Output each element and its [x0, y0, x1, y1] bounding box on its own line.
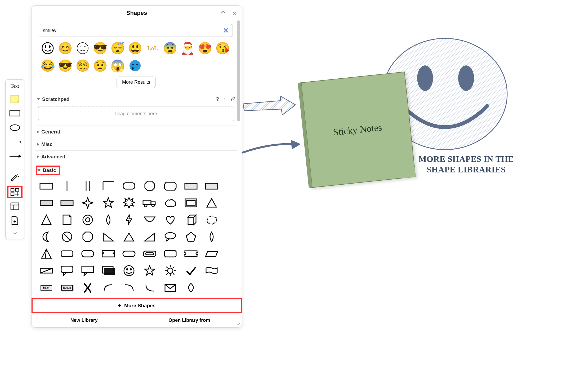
emoji-dizzy[interactable]: 😵‍💫 — [75, 58, 90, 73]
shape-donut[interactable] — [79, 212, 96, 227]
shape-drop[interactable] — [100, 212, 117, 227]
emoji-blue[interactable] — [127, 58, 143, 73]
rectangle-tool[interactable] — [9, 109, 21, 118]
text-tool-label[interactable]: Text — [11, 83, 19, 89]
shape-arc-1[interactable] — [100, 280, 117, 295]
shape-stadium[interactable] — [121, 246, 137, 261]
emoji-plain-smile[interactable] — [75, 41, 90, 56]
emoji-fearful[interactable]: 😨 — [162, 41, 178, 56]
arrow-tool[interactable] — [9, 152, 21, 161]
emoji-hearteyes[interactable]: 😍 — [197, 41, 213, 56]
open-library-button[interactable]: Open Library from — [137, 313, 242, 327]
shape-sun[interactable] — [162, 263, 179, 278]
shape-moon[interactable] — [38, 229, 55, 244]
shape-rectangle[interactable] — [38, 179, 55, 193]
panel-close-button[interactable]: × — [233, 9, 237, 17]
shape-triangle-3[interactable] — [121, 229, 137, 244]
shape-rounded-rect-2[interactable] — [59, 246, 75, 261]
emoji-santa[interactable]: 🎅 — [180, 41, 195, 56]
scratchpad-add[interactable]: + — [223, 96, 226, 102]
ellipse-tool[interactable] — [9, 123, 21, 132]
shape-arc-3[interactable] — [141, 280, 158, 295]
shape-ticket[interactable] — [100, 246, 117, 261]
emoji-scream[interactable]: 😱 — [110, 58, 125, 73]
shape-rect-gray-2[interactable] — [59, 195, 75, 210]
shape-vertical-line[interactable] — [59, 179, 75, 193]
scratchpad-help[interactable]: ? — [216, 96, 219, 102]
shape-bowl[interactable] — [141, 212, 158, 227]
shape-envelope[interactable] — [162, 280, 179, 295]
shape-triangle-2[interactable] — [38, 212, 55, 227]
shape-parallelogram[interactable] — [203, 246, 220, 261]
shape-shadow-rect[interactable] — [100, 263, 117, 278]
section-misc-header[interactable]: Misc — [37, 141, 235, 147]
shape-rect-filled[interactable] — [182, 179, 199, 193]
shape-arc-2[interactable] — [121, 280, 137, 295]
shape-cube[interactable] — [182, 212, 199, 227]
shape-flag[interactable] — [203, 263, 220, 278]
sticky-note-shape[interactable]: Sticky Notes — [299, 72, 416, 188]
shape-rounded-rect[interactable] — [121, 179, 137, 193]
emoji-blush[interactable]: 😊 — [57, 41, 73, 56]
shape-right-triangle[interactable] — [100, 229, 117, 244]
resize-grip[interactable] — [236, 321, 240, 326]
line-tool[interactable] — [9, 138, 21, 146]
shape-cloud[interactable] — [162, 195, 179, 210]
section-basic-header[interactable]: Basic — [37, 166, 59, 174]
emoji-worried[interactable]: 😟 — [92, 58, 108, 73]
section-advanced-header[interactable]: Advanced — [37, 154, 235, 160]
shape-4star[interactable] — [79, 195, 96, 210]
shape-smiley-basic[interactable] — [121, 263, 137, 278]
shape-truck[interactable] — [141, 195, 158, 210]
shape-coupon[interactable] — [182, 246, 199, 261]
emoji-sleepy[interactable]: 😴 — [110, 41, 125, 56]
emoji-cool[interactable]: 😎 — [92, 41, 108, 56]
emoji-kiss[interactable]: 😘 — [215, 41, 230, 56]
shape-callout-rect[interactable] — [79, 263, 96, 278]
section-general-header[interactable]: General — [37, 129, 235, 135]
new-library-button[interactable]: New Library — [32, 313, 137, 327]
shape-nosign[interactable] — [59, 229, 75, 244]
new-page-tool[interactable] — [9, 216, 21, 225]
shape-callout[interactable] — [59, 263, 75, 278]
emoji-grin[interactable]: 😃 — [127, 41, 143, 56]
search-input[interactable] — [43, 28, 223, 33]
shape-bolt[interactable] — [121, 212, 137, 227]
shape-octagon-2[interactable] — [79, 229, 96, 244]
shape-slot[interactable] — [141, 246, 158, 261]
shape-button-preview-2[interactable]: Button — [59, 280, 75, 295]
shape-rect-filled-2[interactable] — [203, 179, 220, 193]
shape-5star[interactable] — [100, 195, 117, 210]
shape-corner[interactable] — [100, 179, 117, 193]
scratchpad-dropzone[interactable]: Drag elements here — [38, 106, 234, 121]
emoji-joy[interactable]: 😂 — [40, 58, 55, 73]
shape-frame[interactable] — [182, 195, 199, 210]
shape-blob[interactable] — [203, 212, 220, 227]
shape-bevel[interactable] — [162, 246, 179, 261]
emoji-sunglasses2[interactable]: 😎 — [57, 58, 73, 73]
shape-octagon[interactable] — [141, 179, 158, 193]
more-results-button[interactable]: More Results — [117, 77, 156, 88]
sticky-note-tool[interactable] — [9, 95, 21, 103]
shape-double-line[interactable] — [79, 179, 96, 193]
freehand-tool[interactable] — [9, 173, 21, 182]
toolbar-expand[interactable] — [9, 231, 21, 236]
shape-rounded-3[interactable] — [79, 246, 96, 261]
shape-burst[interactable] — [121, 195, 137, 210]
shapes-panel-toggle[interactable] — [9, 188, 21, 196]
shape-right-triangle-2[interactable] — [141, 229, 158, 244]
scratchpad-edit[interactable] — [231, 96, 235, 102]
panel-collapse-button[interactable] — [221, 9, 226, 15]
shape-check[interactable] — [182, 263, 199, 278]
search-clear-button[interactable]: ✕ — [223, 26, 229, 35]
emoji-smiley-outline[interactable] — [40, 41, 55, 56]
shape-pentagon[interactable] — [182, 229, 199, 244]
shape-heart[interactable] — [162, 212, 179, 227]
shape-triangle[interactable] — [203, 195, 220, 210]
shape-speech-ellipse[interactable] — [162, 229, 179, 244]
table-tool[interactable] — [9, 202, 21, 211]
emoji-lol[interactable]: LoL — [145, 41, 160, 56]
shape-slash-rect[interactable] — [38, 263, 55, 278]
shape-pyramid[interactable] — [38, 246, 55, 261]
more-shapes-button[interactable]: + More Shapes — [32, 298, 242, 313]
